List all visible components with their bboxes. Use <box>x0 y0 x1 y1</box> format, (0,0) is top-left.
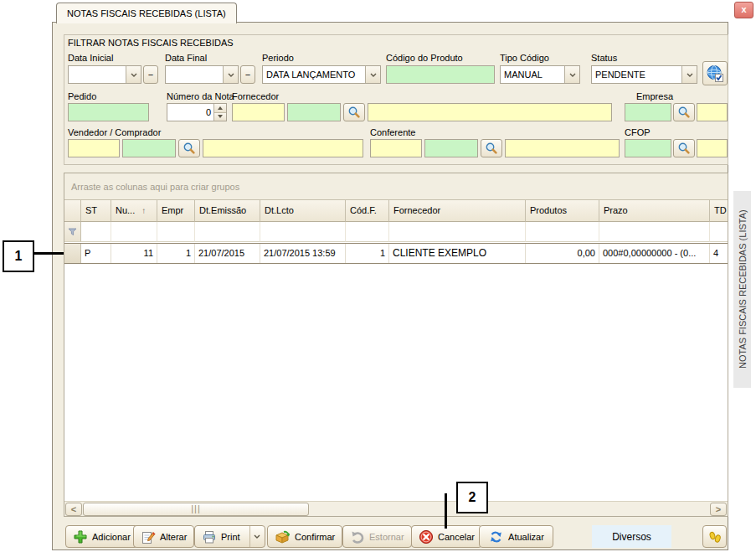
data-final-input[interactable] <box>165 65 239 84</box>
data-final-clear-button[interactable]: − <box>240 65 255 84</box>
side-tab-notas-fiscais[interactable]: NOTAS FISCAIS RECEBIDAS (LISTA) <box>733 191 751 388</box>
scroll-right-button[interactable]: > <box>710 503 727 516</box>
print-button[interactable]: Print <box>194 525 265 548</box>
tipo-codigo-select[interactable]: MANUAL <box>500 65 580 84</box>
conferente-lookup-input[interactable] <box>424 139 478 157</box>
col-header-dt-emissao[interactable]: Dt.Emissão <box>195 200 260 222</box>
cancel-icon <box>419 529 434 544</box>
atualizar-button[interactable]: Atualizar <box>479 525 553 548</box>
footprints-button[interactable] <box>702 525 727 548</box>
vendedor-lookup-input[interactable] <box>122 139 176 157</box>
data-inicial-input[interactable] <box>68 65 141 84</box>
diversos-panel[interactable]: Diversos <box>592 525 671 548</box>
status-select[interactable]: PENDENTE <box>591 65 697 84</box>
main-window: FILTRAR NOTAS FISCAIS RECEBIDAS Data Ini… <box>52 22 728 550</box>
vendedor-name-field[interactable] <box>203 139 363 157</box>
cfop-search-button[interactable] <box>673 139 695 157</box>
chevron-down-icon[interactable] <box>564 66 579 83</box>
fornecedor-code-input[interactable] <box>232 103 285 121</box>
grid-header-row: ST Nu... ↑ Empr Dt.Emissão Dt.Lcto Cód.F… <box>64 200 728 222</box>
scroll-left-button[interactable]: < <box>65 503 82 516</box>
edit-note-icon <box>141 529 156 544</box>
col-header-numero[interactable]: Nu... ↑ <box>111 200 157 222</box>
data-inicial-label: Data Inicial <box>68 53 113 63</box>
filter-cell[interactable] <box>599 222 710 242</box>
codigo-produto-input[interactable] <box>386 65 495 84</box>
callout-1-box: 1 <box>3 240 34 272</box>
filter-cell[interactable] <box>157 222 195 242</box>
spinner-down-icon[interactable] <box>214 112 226 121</box>
document-tab[interactable]: NOTAS FISCAIS RECEBIDAS (LISTA) <box>56 3 237 23</box>
filter-cell[interactable] <box>111 222 157 242</box>
footprints-icon <box>707 529 723 544</box>
empresa-name-field[interactable] <box>697 103 728 121</box>
status-label: Status <box>591 53 617 63</box>
document-tab-label: NOTAS FISCAIS RECEBIDAS (LISTA) <box>67 8 226 18</box>
col-header-dt-lcto[interactable]: Dt.Lcto <box>260 200 346 222</box>
close-button[interactable]: x <box>734 2 753 18</box>
vendedor-code-input[interactable] <box>68 139 120 157</box>
spinner-up-icon[interactable] <box>214 104 226 112</box>
scrollbar-thumb[interactable]: ||| <box>83 503 309 516</box>
adicionar-button[interactable]: Adicionar <box>65 525 138 548</box>
col-header-produtos[interactable]: Produtos <box>526 200 599 222</box>
cancelar-button[interactable]: Cancelar <box>411 525 482 548</box>
cfop-input[interactable] <box>625 139 671 157</box>
conferente-search-button[interactable] <box>481 139 502 157</box>
cell-produtos: 0,00 <box>526 244 599 263</box>
search-icon <box>485 142 498 155</box>
chevron-down-icon[interactable] <box>681 66 697 83</box>
chevron-down-icon[interactable] <box>365 66 380 83</box>
horizontal-scrollbar[interactable]: < ||| > <box>64 501 728 516</box>
conferente-code-input[interactable] <box>370 139 422 157</box>
empresa-search-button[interactable] <box>673 103 695 121</box>
undo-icon <box>350 529 365 544</box>
cell-st: P <box>81 244 111 263</box>
col-header-fornecedor[interactable]: Fornecedor <box>389 200 526 222</box>
filter-cell[interactable] <box>710 222 728 242</box>
data-inicial-clear-button[interactable]: − <box>143 65 158 84</box>
filter-cell[interactable] <box>389 222 526 242</box>
search-web-button[interactable] <box>702 61 728 85</box>
chevron-down-icon[interactable] <box>223 66 238 83</box>
filter-cell[interactable] <box>260 222 346 242</box>
search-icon <box>183 142 196 155</box>
col-header-cod-f[interactable]: Cód.F. <box>346 200 389 222</box>
codigo-produto-label: Código do Produto <box>386 53 463 63</box>
cell-prazo: 000#0,00000000 - (0... <box>599 244 710 263</box>
fornecedor-name-field[interactable] <box>368 103 612 121</box>
fornecedor-lookup-input[interactable] <box>287 103 341 121</box>
col-header-prazo[interactable]: Prazo <box>599 200 710 222</box>
confirmar-button[interactable]: Confirmar <box>267 525 342 548</box>
cfop-name-field[interactable] <box>697 139 728 157</box>
callout-2-line <box>445 493 447 529</box>
col-header-st[interactable]: ST <box>81 200 111 222</box>
pedido-input[interactable] <box>68 103 149 121</box>
row-indicator[interactable] <box>64 244 81 263</box>
numero-nota-label: Número da Nota <box>167 91 234 101</box>
scroll-left-icon: < <box>71 504 76 514</box>
filter-cell[interactable] <box>526 222 599 242</box>
alterar-button[interactable]: Alterar <box>133 525 194 548</box>
cell-dt-emissao: 21/07/2015 <box>195 244 260 263</box>
fornecedor-search-button[interactable] <box>343 103 365 121</box>
group-by-bar[interactable]: Arraste as colunas aqui para criar grupo… <box>64 173 728 200</box>
printer-icon <box>202 529 217 544</box>
filter-cell[interactable] <box>81 222 111 242</box>
conferente-name-field[interactable] <box>505 139 620 157</box>
col-header-td[interactable]: TD <box>710 200 728 222</box>
table-row[interactable]: P 11 1 21/07/2015 21/07/2015 13:59 1 CLI… <box>64 243 728 264</box>
col-header-empr[interactable]: Empr <box>157 200 195 222</box>
cell-td: 4 <box>710 244 728 263</box>
periodo-select[interactable]: DATA LANÇAMENTO <box>262 65 381 84</box>
numero-nota-spinner[interactable]: 0 <box>167 103 227 121</box>
empresa-input[interactable] <box>625 103 671 121</box>
vendedor-search-button[interactable] <box>178 139 200 157</box>
pedido-label: Pedido <box>68 91 96 101</box>
estornar-button[interactable]: Estornar <box>342 525 412 548</box>
chevron-down-icon[interactable] <box>126 66 141 83</box>
filter-cell[interactable] <box>195 222 260 242</box>
callout-1-line <box>34 252 64 255</box>
print-dropdown-arrow[interactable] <box>249 526 265 547</box>
filter-cell[interactable] <box>346 222 389 242</box>
